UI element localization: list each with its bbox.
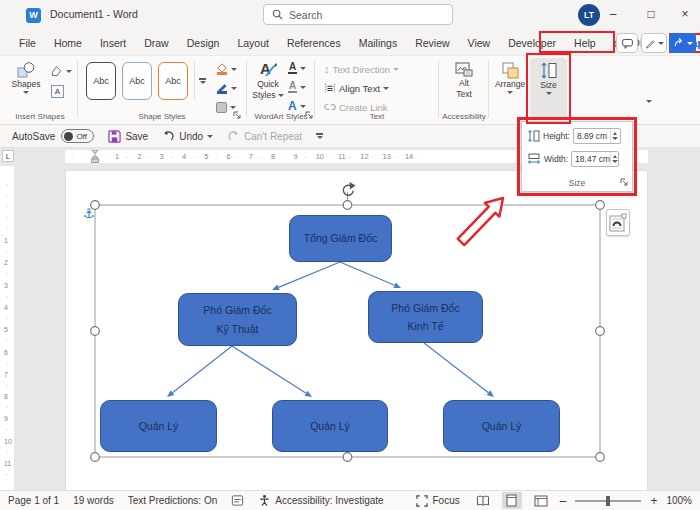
web-layout-button[interactable] [531,492,551,509]
shapes-button[interactable]: Shapes [8,58,44,94]
tab-design[interactable]: Design [178,34,229,52]
search-input[interactable]: Search [263,4,453,25]
proofing-button[interactable] [231,494,244,507]
text-fill-button[interactable]: A [288,60,306,76]
chevron-down-icon [383,87,389,90]
ribbon-tab-row: FileHomeInsertDrawDesignLayoutReferences… [0,30,700,55]
tab-home[interactable]: Home [45,34,91,52]
save-icon [108,130,121,143]
chevron-down-icon [278,94,284,97]
org-chart-node-vp1[interactable]: Phó Giám ĐốcKỹ Thuật [178,293,297,346]
tab-developer[interactable]: Developer [499,34,565,52]
layout-options-button[interactable] [606,209,630,236]
focus-button[interactable]: Focus [416,495,459,507]
qat-overflow-button[interactable] [316,133,323,139]
proofing-icon [231,494,244,507]
ruler-number: 2 [4,259,8,266]
tab-mailings[interactable]: Mailings [350,34,407,52]
zoom-level[interactable]: 100% [666,495,692,506]
ruler-number: 7 [249,152,253,161]
save-button[interactable]: Save [108,130,148,143]
tab-review[interactable]: Review [406,34,458,52]
avatar[interactable]: LT [578,4,600,26]
print-layout-button[interactable] [502,492,522,509]
close-button[interactable]: × [670,0,700,29]
tab-view[interactable]: View [459,34,500,52]
org-chart-node-root[interactable]: Tổng Giám Đốc [289,215,392,262]
collapse-ribbon-button[interactable] [646,92,652,110]
width-input[interactable]: 18.47 cm [571,151,619,167]
chevron-down-icon [231,68,237,71]
org-chart-node-vp2[interactable]: Phó Giám ĐốcKinh Tế [368,291,483,343]
tab-help[interactable]: Help [565,34,605,52]
zoom-out-button[interactable]: – [560,494,567,508]
org-node-label: Kỹ Thuật [217,324,259,335]
tab-layout[interactable]: Layout [228,34,278,52]
dialog-launcher-icon[interactable] [305,111,314,120]
read-mode-button[interactable] [473,492,493,509]
zoom-slider-handle[interactable] [606,496,610,506]
size-button[interactable]: Size [530,58,567,118]
ribbon-tabs: FileHomeInsertDrawDesignLayoutReferences… [10,30,700,55]
shape-fill-icon [216,63,228,75]
focus-icon [416,495,428,507]
text-box-button[interactable]: A [51,83,64,99]
org-node-label: Tổng Giám Đốc [304,233,378,244]
word-count[interactable]: 19 words [73,495,114,506]
repeat-button[interactable]: Can't Repeat [227,130,302,142]
shape-style-swatch[interactable]: Abc [158,62,188,100]
accessibility-status[interactable]: Accessibility: Investigate [258,494,383,507]
page-indicator[interactable]: Page 1 of 1 [8,495,59,506]
dialog-launcher-icon[interactable] [233,111,242,120]
minimize-button[interactable]: – [598,0,628,29]
tab-draw[interactable]: Draw [135,34,178,52]
width-spinner[interactable] [610,152,618,166]
undo-button[interactable]: Undo [162,130,213,142]
align-text-button[interactable]: Align Text [324,80,389,96]
org-chart-node-m3[interactable]: Quản Lý [443,400,560,452]
org-node-label: Phó Giám Đốc [203,305,271,316]
text-outline-button[interactable]: A [288,79,306,95]
shape-outline-button[interactable] [216,80,237,96]
edit-shape-button[interactable] [50,63,72,79]
shape-fill-button[interactable] [216,61,237,77]
arrange-button[interactable]: Arrange [492,58,528,94]
text-outline-icon: A [288,81,297,94]
tab-references[interactable]: References [278,34,350,52]
width-label: Width: [544,154,568,164]
edit-shape-icon [50,65,63,78]
zoom-slider[interactable] [575,500,641,502]
title-bar: W Document1 - Word Search LT – □ × [0,0,700,30]
text-direction-button[interactable]: ↕ Text Direction [324,61,399,77]
share-button[interactable] [669,33,696,53]
autosave-toggle[interactable]: Off [61,129,94,143]
shape-style-swatch[interactable]: Abc [86,62,116,100]
tab-file[interactable]: File [10,34,45,52]
text-predictions[interactable]: Text Predictions: On [128,495,217,506]
tab-insert[interactable]: Insert [91,34,135,52]
alt-text-button[interactable]: Alt Text [446,58,482,100]
width-row: Width: 18.47 cm [527,150,619,167]
ruler-number: 8 [4,393,8,400]
quick-styles-button[interactable]: A Quick Styles [250,58,286,101]
org-chart-node-m1[interactable]: Quản Lý [100,400,217,452]
group-label: Accessibility [440,112,488,121]
comments-button[interactable] [616,33,638,53]
height-input[interactable]: 8.89 cm [573,128,621,144]
vertical-ruler[interactable]: ·····1·2·3·4·5·6·7·8·9·10·11· [0,166,14,490]
org-chart-node-m2[interactable]: Quản Lý [272,400,388,452]
tab-selector[interactable]: L [2,150,14,162]
shape-style-swatch[interactable]: Abc [122,62,152,100]
indent-markers[interactable] [90,150,100,163]
height-row: Height: 8.89 cm [527,127,621,144]
ruler-number: 5 [4,326,8,333]
ruler-number: 7 [4,371,8,378]
shape-styles-more-button[interactable] [194,62,210,100]
dialog-launcher-icon[interactable] [620,178,629,187]
maximize-button[interactable]: □ [636,0,666,29]
ruler-number: 11 [338,152,346,161]
zoom-in-button[interactable]: + [650,494,657,508]
editing-mode-button[interactable] [641,33,667,53]
alt-text-icon [455,61,473,78]
height-spinner[interactable] [610,129,620,143]
